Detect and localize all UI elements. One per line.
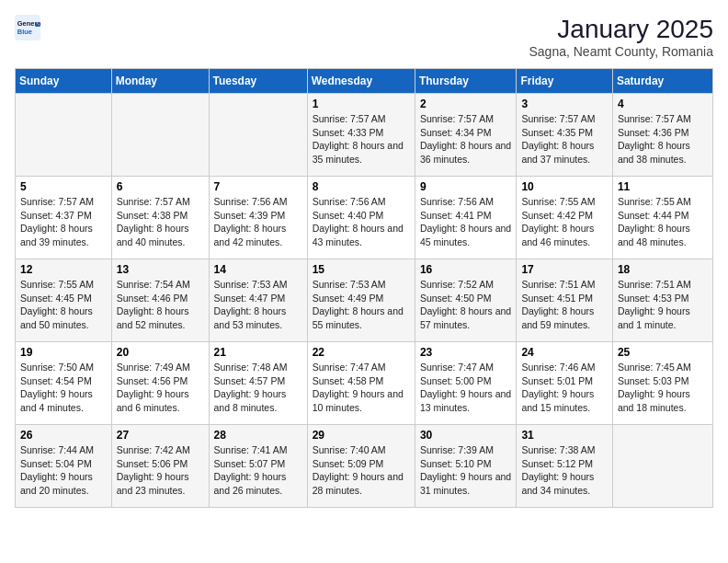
day-number: 18 [618,263,708,276]
calendar-cell [209,94,307,177]
day-number: 4 [618,98,708,110]
calendar-week-row: 12Sunrise: 7:55 AMSunset: 4:45 PMDayligh… [16,259,713,342]
day-number: 21 [214,346,302,359]
day-info: Sunrise: 7:55 AMSunset: 4:45 PMDaylight:… [20,278,107,332]
day-info: Sunrise: 7:49 AMSunset: 4:56 PMDaylight:… [117,361,204,415]
calendar-cell: 7Sunrise: 7:56 AMSunset: 4:39 PMDaylight… [209,177,307,259]
location-subtitle: Sagna, Neamt County, Romania [529,44,713,59]
day-number: 3 [521,98,607,110]
header-friday: Friday [517,69,612,94]
day-info: Sunrise: 7:41 AMSunset: 5:07 PMDaylight:… [214,443,302,498]
day-number: 19 [20,346,107,359]
calendar-cell: 9Sunrise: 7:56 AMSunset: 4:41 PMDaylight… [415,177,517,259]
day-number: 11 [618,180,708,193]
day-info: Sunrise: 7:44 AMSunset: 5:04 PMDaylight:… [20,443,107,498]
day-info: Sunrise: 7:51 AMSunset: 4:51 PMDaylight:… [521,278,607,332]
calendar-cell: 20Sunrise: 7:49 AMSunset: 4:56 PMDayligh… [111,342,209,425]
day-number: 22 [313,346,410,359]
calendar-cell: 30Sunrise: 7:39 AMSunset: 5:10 PMDayligh… [415,425,517,508]
day-number: 27 [117,429,204,442]
calendar-cell: 31Sunrise: 7:38 AMSunset: 5:12 PMDayligh… [517,425,612,508]
calendar-cell: 23Sunrise: 7:47 AMSunset: 5:00 PMDayligh… [415,342,517,425]
day-info: Sunrise: 7:45 AMSunset: 5:03 PMDaylight:… [618,361,708,415]
header-wednesday: Wednesday [307,69,415,94]
day-info: Sunrise: 7:55 AMSunset: 4:44 PMDaylight:… [618,195,708,249]
day-number: 10 [521,180,607,193]
calendar-cell: 26Sunrise: 7:44 AMSunset: 5:04 PMDayligh… [16,425,112,508]
day-number: 1 [313,98,410,110]
day-number: 8 [313,180,410,193]
calendar-cell [612,425,712,508]
day-number: 26 [20,429,107,442]
calendar-cell: 10Sunrise: 7:55 AMSunset: 4:42 PMDayligh… [517,177,612,259]
day-info: Sunrise: 7:57 AMSunset: 4:36 PMDaylight:… [618,112,708,167]
day-info: Sunrise: 7:48 AMSunset: 4:57 PMDaylight:… [214,361,302,415]
day-info: Sunrise: 7:46 AMSunset: 5:01 PMDaylight:… [521,361,607,415]
day-info: Sunrise: 7:56 AMSunset: 4:39 PMDaylight:… [214,195,302,249]
header-sunday: Sunday [16,69,112,94]
day-number: 9 [420,180,512,193]
logo: General Blue [15,15,40,40]
title-block: January 2025 Sagna, Neamt County, Romani… [529,15,713,59]
weekday-header-row: Sunday Monday Tuesday Wednesday Thursday… [16,69,713,94]
calendar-cell: 12Sunrise: 7:55 AMSunset: 4:45 PMDayligh… [16,259,112,342]
day-number: 28 [214,429,302,442]
day-number: 7 [214,180,302,193]
day-info: Sunrise: 7:39 AMSunset: 5:10 PMDaylight:… [420,443,512,498]
calendar-cell: 6Sunrise: 7:57 AMSunset: 4:38 PMDaylight… [111,177,209,259]
day-number: 6 [117,180,204,193]
day-number: 25 [618,346,708,359]
day-info: Sunrise: 7:51 AMSunset: 4:53 PMDaylight:… [618,278,708,332]
day-number: 15 [313,263,410,276]
day-info: Sunrise: 7:53 AMSunset: 4:49 PMDaylight:… [313,278,410,332]
day-number: 14 [214,263,302,276]
day-info: Sunrise: 7:55 AMSunset: 4:42 PMDaylight:… [521,195,607,249]
calendar-cell: 2Sunrise: 7:57 AMSunset: 4:34 PMDaylight… [415,94,517,177]
header-monday: Monday [111,69,209,94]
day-info: Sunrise: 7:47 AMSunset: 4:58 PMDaylight:… [313,361,410,415]
calendar-week-row: 5Sunrise: 7:57 AMSunset: 4:37 PMDaylight… [16,177,713,259]
day-number: 16 [420,263,512,276]
day-info: Sunrise: 7:56 AMSunset: 4:41 PMDaylight:… [420,195,512,249]
calendar-week-row: 26Sunrise: 7:44 AMSunset: 5:04 PMDayligh… [16,425,713,508]
day-info: Sunrise: 7:38 AMSunset: 5:12 PMDaylight:… [521,443,607,498]
day-number: 17 [521,263,607,276]
day-number: 31 [521,429,607,442]
day-number: 30 [420,429,512,442]
day-info: Sunrise: 7:57 AMSunset: 4:34 PMDaylight:… [420,112,512,167]
calendar-cell: 5Sunrise: 7:57 AMSunset: 4:37 PMDaylight… [16,177,112,259]
day-info: Sunrise: 7:56 AMSunset: 4:40 PMDaylight:… [313,195,410,249]
calendar-cell: 3Sunrise: 7:57 AMSunset: 4:35 PMDaylight… [517,94,612,177]
day-number: 29 [313,429,410,442]
calendar-cell: 16Sunrise: 7:52 AMSunset: 4:50 PMDayligh… [415,259,517,342]
day-number: 12 [20,263,107,276]
page-header: General Blue January 2025 Sagna, Neamt C… [15,15,713,59]
calendar-week-row: 1Sunrise: 7:57 AMSunset: 4:33 PMDaylight… [16,94,713,177]
day-info: Sunrise: 7:54 AMSunset: 4:46 PMDaylight:… [117,278,204,332]
day-info: Sunrise: 7:57 AMSunset: 4:38 PMDaylight:… [117,195,204,249]
calendar-week-row: 19Sunrise: 7:50 AMSunset: 4:54 PMDayligh… [16,342,713,425]
svg-text:Blue: Blue [17,28,32,36]
day-info: Sunrise: 7:57 AMSunset: 4:37 PMDaylight:… [20,195,107,249]
day-info: Sunrise: 7:57 AMSunset: 4:33 PMDaylight:… [313,112,410,167]
calendar-cell: 17Sunrise: 7:51 AMSunset: 4:51 PMDayligh… [517,259,612,342]
day-number: 24 [521,346,607,359]
day-info: Sunrise: 7:53 AMSunset: 4:47 PMDaylight:… [214,278,302,332]
calendar-cell: 29Sunrise: 7:40 AMSunset: 5:09 PMDayligh… [307,425,415,508]
calendar-cell [16,94,112,177]
logo-icon: General Blue [15,15,40,40]
day-info: Sunrise: 7:47 AMSunset: 5:00 PMDaylight:… [420,361,512,415]
month-title: January 2025 [529,15,713,44]
calendar-cell: 11Sunrise: 7:55 AMSunset: 4:44 PMDayligh… [612,177,712,259]
header-thursday: Thursday [415,69,517,94]
calendar-cell: 21Sunrise: 7:48 AMSunset: 4:57 PMDayligh… [209,342,307,425]
calendar-cell: 13Sunrise: 7:54 AMSunset: 4:46 PMDayligh… [111,259,209,342]
calendar-cell: 18Sunrise: 7:51 AMSunset: 4:53 PMDayligh… [612,259,712,342]
calendar-table: Sunday Monday Tuesday Wednesday Thursday… [15,68,713,508]
calendar-cell: 4Sunrise: 7:57 AMSunset: 4:36 PMDaylight… [612,94,712,177]
calendar-cell: 15Sunrise: 7:53 AMSunset: 4:49 PMDayligh… [307,259,415,342]
day-info: Sunrise: 7:42 AMSunset: 5:06 PMDaylight:… [117,443,204,498]
calendar-cell: 27Sunrise: 7:42 AMSunset: 5:06 PMDayligh… [111,425,209,508]
calendar-cell: 8Sunrise: 7:56 AMSunset: 4:40 PMDaylight… [307,177,415,259]
day-number: 23 [420,346,512,359]
